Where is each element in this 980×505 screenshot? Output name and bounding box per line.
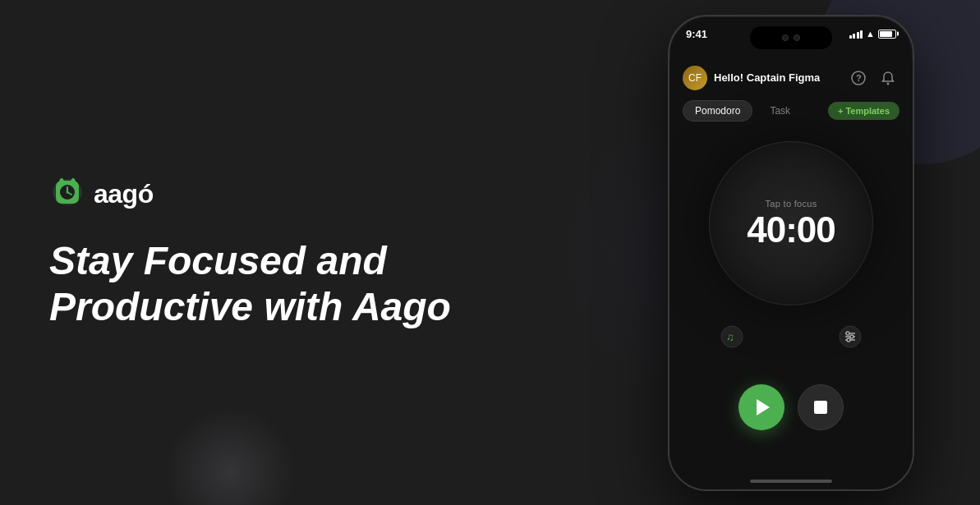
timer-section: Tap to focus 40:00 ♫ xyxy=(683,141,899,430)
user-greeting: CF Hello! Captain Figma xyxy=(683,66,820,90)
timer-controls: ♫ xyxy=(709,322,873,351)
settings-button[interactable] xyxy=(835,322,865,351)
signal-bar-3 xyxy=(857,32,859,39)
left-section: aagó Stay Focused and Productive with Aa… xyxy=(49,0,526,505)
aago-logo-icon xyxy=(49,176,85,212)
timer-circle-container[interactable]: Tap to focus 40:00 xyxy=(709,141,873,305)
avatar: CF xyxy=(683,66,707,90)
home-indicator xyxy=(750,480,832,483)
right-section: 9:41 ▲ CF Hell xyxy=(668,16,914,489)
svg-point-17 xyxy=(850,335,853,338)
timer-circle[interactable]: Tap to focus 40:00 xyxy=(709,141,873,305)
tab-task[interactable]: Task xyxy=(757,100,803,122)
templates-label: + Templates xyxy=(838,106,890,116)
battery-fill xyxy=(880,31,892,37)
stop-icon xyxy=(814,401,827,414)
headline-line1: Stay Focused and xyxy=(49,238,460,283)
svg-point-2 xyxy=(71,178,76,186)
greeting-prefix: Hello! xyxy=(714,71,743,84)
svg-point-18 xyxy=(847,338,850,342)
greeting-text: Hello! Captain Figma xyxy=(714,71,820,84)
dynamic-island xyxy=(750,26,832,49)
svg-point-1 xyxy=(59,178,64,186)
logo-container: aagó xyxy=(49,176,526,212)
battery-icon xyxy=(878,30,896,39)
headline: Stay Focused and Productive with Aago xyxy=(49,238,460,328)
app-header: CF Hello! Captain Figma ? xyxy=(683,59,899,100)
wifi-icon: ▲ xyxy=(866,29,875,39)
notification-icon-button[interactable] xyxy=(876,67,899,90)
signal-bars-icon xyxy=(849,30,863,39)
header-actions: ? xyxy=(847,67,899,90)
signal-bar-2 xyxy=(853,34,855,39)
timer-display: 40:00 xyxy=(747,212,835,248)
play-button[interactable] xyxy=(738,384,784,430)
status-icons: ▲ xyxy=(849,29,896,39)
svg-point-9 xyxy=(887,82,890,85)
phone-screen: CF Hello! Captain Figma ? xyxy=(669,59,913,489)
tabs-row: Pomodoro Task + Templates xyxy=(683,100,899,122)
svg-point-16 xyxy=(846,332,849,335)
signal-bar-4 xyxy=(860,30,863,39)
logo-text: aagó xyxy=(94,179,154,209)
camera-dot xyxy=(782,34,789,41)
templates-button[interactable]: + Templates xyxy=(828,102,899,120)
svg-text:?: ? xyxy=(856,73,862,83)
svg-point-6 xyxy=(67,191,69,194)
username: Captain Figma xyxy=(747,71,821,84)
stop-button[interactable] xyxy=(798,384,844,430)
play-icon xyxy=(757,399,770,415)
svg-text:♫: ♫ xyxy=(726,331,734,343)
tab-pomodoro[interactable]: Pomodoro xyxy=(683,100,752,122)
tap-to-focus-label: Tap to focus xyxy=(766,199,817,209)
headline-line2: Productive with Aago xyxy=(49,284,460,329)
music-button[interactable]: ♫ xyxy=(717,322,747,351)
phone-frame: 9:41 ▲ CF Hell xyxy=(668,15,914,491)
camera-dot-2 xyxy=(794,34,800,41)
action-buttons xyxy=(738,384,844,430)
help-icon-button[interactable]: ? xyxy=(847,67,870,90)
signal-bar-1 xyxy=(849,35,852,39)
status-time: 9:41 xyxy=(686,28,707,40)
